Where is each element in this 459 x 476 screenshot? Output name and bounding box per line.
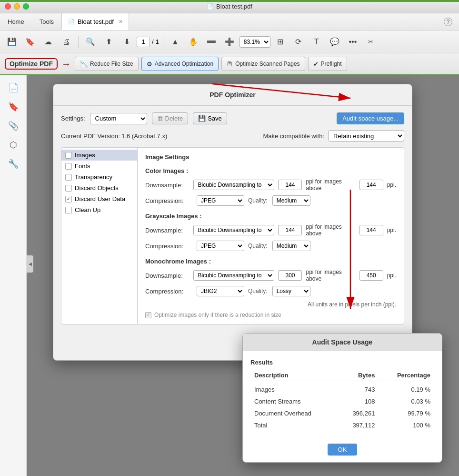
- pdf-icon: 📄: [207, 3, 214, 10]
- images-checkbox[interactable]: [65, 152, 72, 159]
- panel-item-discard-user-data[interactable]: ✓ Discard User Data: [61, 193, 137, 204]
- zoom-out-btn[interactable]: ➖: [203, 34, 220, 50]
- panel-left: Images Fonts Transparency: [61, 148, 138, 324]
- save-icon[interactable]: 💾: [4, 34, 20, 50]
- panel-item-fonts[interactable]: Fonts: [61, 161, 137, 172]
- mono-quality-select[interactable]: Lossy: [272, 286, 310, 296]
- window-controls[interactable]: [5, 3, 29, 10]
- zoom-select[interactable]: 83.1%: [239, 36, 270, 48]
- panel-item-transparency[interactable]: Transparency: [61, 172, 137, 182]
- images-label: Images: [75, 152, 95, 159]
- mono-downsample-ppi-input[interactable]: [278, 270, 302, 281]
- gray-downsample-above-input[interactable]: [359, 225, 383, 235]
- cell-percentage: 100 %: [379, 419, 434, 431]
- current-pdf-version: Current PDF Version: 1.6 (Acrobat 7.x): [61, 132, 258, 140]
- reduce-file-size-button[interactable]: 📉 Reduce File Size: [75, 57, 139, 71]
- mono-ppi-above-label: ppi for images above: [306, 269, 355, 282]
- help-button[interactable]: ?: [437, 13, 459, 30]
- sidebar-icon-pages[interactable]: 📄: [5, 79, 22, 96]
- zoom-in-btn[interactable]: ➕: [221, 34, 238, 50]
- save-button[interactable]: 💾 Save: [193, 112, 227, 124]
- gray-quality-select[interactable]: Medium: [272, 241, 310, 251]
- delete-button[interactable]: 🗑 Delete: [152, 112, 189, 124]
- text-tool-icon[interactable]: T: [309, 34, 325, 50]
- mono-downsample-select[interactable]: Bicubic Downsampling to: [193, 270, 274, 281]
- comment-icon[interactable]: 💬: [327, 34, 343, 50]
- fit-page-icon[interactable]: ⊞: [272, 34, 289, 50]
- discard-objects-checkbox[interactable]: [65, 185, 72, 192]
- sidebar-icon-bookmarks[interactable]: 🔖: [5, 98, 22, 115]
- prev-page-icon[interactable]: ⬆: [100, 34, 117, 50]
- tab-document[interactable]: 📄 Bloat test.pdf ✕: [61, 13, 129, 30]
- audit-space-usage-button[interactable]: Audit space usage...: [337, 112, 404, 124]
- color-downsample-above-input[interactable]: [359, 180, 383, 190]
- preflight-icon: ✔: [313, 61, 319, 68]
- select-tool-icon[interactable]: ▲: [167, 34, 183, 50]
- rotate-icon[interactable]: ⟳: [290, 34, 307, 50]
- preflight-button[interactable]: ✔ Preflight: [308, 57, 347, 71]
- discard-user-data-checkbox[interactable]: ✓: [65, 196, 72, 203]
- compat-select[interactable]: Retain existing: [328, 130, 404, 142]
- color-downsample-ppi-input[interactable]: [278, 180, 302, 190]
- advanced-optimization-button[interactable]: ⚙ Advanced Optimization: [141, 57, 219, 71]
- clean-up-checkbox[interactable]: [65, 207, 72, 213]
- make-compatible-label: Make compatible with:: [263, 132, 324, 140]
- arrow-right-icon: →: [61, 59, 71, 70]
- optimize-pdf-bar: Optimize PDF → 📉 Reduce File Size ⚙ Adva…: [0, 53, 459, 75]
- table-row: Content Streams 108 0.03 %: [250, 395, 434, 407]
- sidebar-collapse-button[interactable]: ◀: [27, 255, 33, 273]
- bookmark-icon[interactable]: 🔖: [22, 34, 38, 50]
- compat-right: Make compatible with: Retain existing: [263, 130, 404, 142]
- maximize-button[interactable]: [23, 3, 29, 10]
- sidebar-icon-paperclip[interactable]: 📎: [5, 117, 22, 134]
- main-toolbar: 💾 🔖 ☁ 🖨 🔍 ⬆ ⬇ / 1 ▲ ✋ ➖ ➕ 83.1% ⊞ ⟳ T 💬 …: [0, 30, 459, 53]
- sidebar-icon-layers[interactable]: ⬡: [5, 136, 22, 153]
- next-page-icon[interactable]: ⬇: [119, 34, 135, 50]
- col-header-percentage: Percentage: [379, 370, 434, 381]
- print-icon[interactable]: 🖨: [58, 34, 74, 50]
- hand-tool-icon[interactable]: ✋: [185, 34, 201, 50]
- color-quality-select[interactable]: Medium: [272, 195, 310, 206]
- tab-bar: Home Tools 📄 Bloat test.pdf ✕ ?: [0, 13, 459, 30]
- more-tools-icon[interactable]: •••: [345, 34, 361, 50]
- panel-item-images[interactable]: Images: [61, 150, 137, 161]
- share-icon[interactable]: ☁: [40, 34, 56, 50]
- mono-compression-select[interactable]: JBIG2: [197, 286, 244, 296]
- gray-downsample-ppi-input[interactable]: [278, 225, 302, 235]
- clean-up-label: Clean Up: [75, 206, 100, 213]
- transparency-checkbox[interactable]: [65, 174, 72, 181]
- fonts-checkbox[interactable]: [65, 163, 72, 170]
- zoom-out-icon[interactable]: 🔍: [82, 34, 99, 50]
- gray-compression-select[interactable]: JPEG: [197, 241, 244, 251]
- optimize-scanned-pages-button[interactable]: 🖹 Optimize Scanned Pages: [221, 57, 305, 71]
- gray-compression-label: Compression:: [145, 243, 193, 250]
- document-tab-icon: 📄: [68, 19, 75, 25]
- mono-downsample-above-input[interactable]: [359, 270, 383, 281]
- minimize-button[interactable]: [14, 3, 20, 10]
- optimize-images-checkbox[interactable]: ✓: [145, 312, 151, 318]
- settings-row: Settings: Custom 🗑 Delete 💾 Save Audit: [61, 112, 404, 124]
- gray-downsample-select[interactable]: Bicubic Downsampling to: [193, 225, 274, 235]
- audit-ok-button[interactable]: OK: [328, 444, 358, 456]
- color-images-section: Color Images : Downsample: Bicubic Downs…: [145, 167, 396, 206]
- color-compression-select[interactable]: JPEG: [197, 195, 244, 206]
- scan-icon: 🖹: [227, 61, 233, 68]
- page-input[interactable]: [137, 37, 150, 47]
- main-area: 📄 🔖 📎 ⬡ 🔧 ◀ PDF Optimizer Settings: Cust…: [0, 75, 459, 476]
- tab-home[interactable]: Home: [0, 13, 32, 30]
- panel-item-discard-objects[interactable]: Discard Objects: [61, 182, 137, 193]
- tab-tools[interactable]: Tools: [32, 13, 61, 30]
- redact-icon[interactable]: ✂: [363, 34, 379, 50]
- color-downsample-label: Downsample:: [145, 182, 190, 189]
- page-separator: /: [152, 38, 154, 45]
- gray-quality-label: Quality:: [248, 243, 268, 249]
- settings-select[interactable]: Custom: [90, 113, 147, 124]
- tab-close-button[interactable]: ✕: [119, 19, 123, 25]
- close-button[interactable]: [5, 3, 11, 10]
- panel-item-clean-up[interactable]: Clean Up: [61, 204, 137, 215]
- dialog-body: Settings: Custom 🗑 Delete 💾 Save Audit: [53, 106, 412, 360]
- color-downsample-select[interactable]: Bicubic Downsampling to: [193, 180, 274, 190]
- sidebar-icon-tools[interactable]: 🔧: [5, 155, 22, 172]
- cell-description: Document Overhead: [250, 407, 338, 419]
- table-row: Document Overhead 396,261 99.79 %: [250, 407, 434, 419]
